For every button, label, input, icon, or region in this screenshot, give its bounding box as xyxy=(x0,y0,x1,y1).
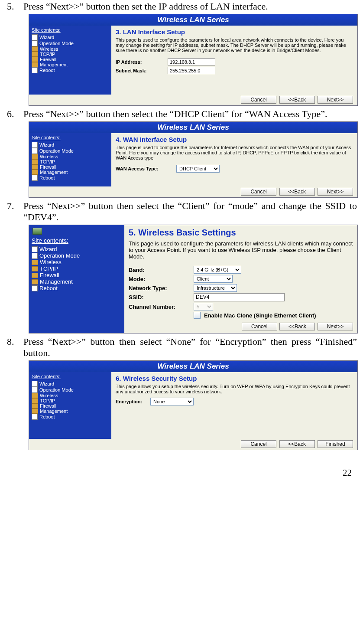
step-5: 5. Press “Next>>” button then set the IP… xyxy=(4,1,359,12)
folder-icon xyxy=(32,170,38,175)
wan-access-type-select[interactable]: DHCP Client xyxy=(176,165,220,173)
doc-icon xyxy=(32,142,38,148)
section-heading: 3. LAN Interface Setup xyxy=(116,28,353,36)
sidebar-item-reboot[interactable]: Reboot xyxy=(32,67,109,73)
next-button[interactable]: Next>> xyxy=(318,188,353,196)
sidebar-item-label: Operation Mode xyxy=(39,387,74,392)
sidebar-item-wireless[interactable]: Wireless xyxy=(32,46,109,52)
device-icon xyxy=(32,228,42,235)
channel-number-label: Channel Number: xyxy=(129,304,194,310)
sidebar-item-firewall[interactable]: Firewall xyxy=(32,164,109,170)
screenshot-6: Wireless LAN Series Site contents: Wizar… xyxy=(29,121,358,198)
sidebar-item-label: Management xyxy=(40,278,73,285)
window-title: Wireless LAN Series xyxy=(29,122,357,133)
network-type-select[interactable]: Infrastructure xyxy=(194,284,237,292)
sidebar-item-management[interactable]: Management xyxy=(32,409,109,414)
back-button[interactable]: <<Back xyxy=(279,96,315,104)
sidebar-item-label: Reboot xyxy=(39,68,55,73)
mode-label: Mode: xyxy=(129,276,194,282)
screenshot-7: Site contents: Wizard Operation Mode Wir… xyxy=(29,225,358,333)
folder-icon xyxy=(32,403,38,409)
doc-icon xyxy=(32,285,38,291)
sidebar-item-wireless[interactable]: Wireless xyxy=(32,393,109,398)
folder-icon xyxy=(32,260,38,265)
sidebar-item-firewall[interactable]: Firewall xyxy=(32,272,122,278)
section-description: This page is used to configure the param… xyxy=(129,240,353,260)
sidebar-item-management[interactable]: Management xyxy=(32,278,122,285)
sidebar-item-wizard[interactable]: Wizard xyxy=(32,34,109,40)
doc-icon xyxy=(32,246,38,252)
cancel-button[interactable]: Cancel xyxy=(241,96,276,104)
step-number: 7. xyxy=(4,200,23,223)
sidebar-item-reboot[interactable]: Reboot xyxy=(32,414,109,420)
doc-icon xyxy=(32,414,38,420)
ssid-label: SSID: xyxy=(129,294,194,301)
band-select[interactable]: 2.4 GHz (B+G) xyxy=(194,266,241,274)
sidebar-item-wizard[interactable]: Wizard xyxy=(32,246,122,252)
sidebar-item-operation-mode[interactable]: Operation Mode xyxy=(32,148,109,154)
sidebar-item-operation-mode[interactable]: Operation Mode xyxy=(32,387,109,393)
encryption-select[interactable]: None xyxy=(150,398,194,405)
sidebar-item-management[interactable]: Management xyxy=(32,62,109,67)
page-number: 22 xyxy=(4,450,359,483)
sidebar-item-tcpip[interactable]: TCP/IP xyxy=(32,398,109,403)
back-button[interactable]: <<Back xyxy=(279,440,315,448)
sidebar-item-label: Wireless xyxy=(40,154,58,159)
doc-icon xyxy=(32,67,38,73)
folder-icon xyxy=(32,266,38,271)
step-text: Press “Next>>” button then select the “D… xyxy=(23,108,359,120)
sidebar-item-reboot[interactable]: Reboot xyxy=(32,175,109,181)
doc-icon xyxy=(32,34,38,40)
sidebar-item-operation-mode[interactable]: Operation Mode xyxy=(32,40,109,46)
sidebar-item-firewall[interactable]: Firewall xyxy=(32,57,109,62)
sidebar-item-wizard[interactable]: Wizard xyxy=(32,142,109,148)
sidebar-item-tcpip[interactable]: TCP/IP xyxy=(32,52,109,57)
step-6: 6. Press “Next>>” button then select the… xyxy=(4,108,359,120)
sidebar-item-tcpip[interactable]: TCP/IP xyxy=(32,159,109,164)
sidebar-item-label: Wizard xyxy=(39,381,54,386)
wan-access-type-label: WAN Access Type: xyxy=(116,166,176,171)
sidebar-item-label: Reboot xyxy=(39,285,58,291)
encryption-label: Encryption: xyxy=(116,399,150,404)
sidebar-item-label: Management xyxy=(40,409,68,414)
next-button[interactable]: Next>> xyxy=(318,96,353,104)
mac-clone-checkbox[interactable] xyxy=(194,312,201,319)
sidebar-item-wireless[interactable]: Wireless xyxy=(32,259,122,265)
subnet-mask-label: Subnet Mask: xyxy=(116,68,168,73)
ssid-input[interactable]: DEV4 xyxy=(194,293,285,301)
next-button[interactable]: Next>> xyxy=(318,323,353,330)
cancel-button[interactable]: Cancel xyxy=(241,440,276,448)
screenshot-5: Wireless LAN Series Site contents: Wizar… xyxy=(29,14,358,106)
sidebar-item-firewall[interactable]: Firewall xyxy=(32,403,109,409)
section-heading: 4. WAN Interface Setup xyxy=(116,136,353,143)
ip-address-input[interactable]: 192.168.3.1 xyxy=(168,58,215,65)
folder-icon xyxy=(32,52,38,57)
back-button[interactable]: <<Back xyxy=(279,188,315,196)
folder-icon xyxy=(32,57,38,62)
sidebar-item-label: Firewall xyxy=(40,57,56,62)
sidebar-item-reboot[interactable]: Reboot xyxy=(32,285,122,291)
sidebar-item-label: Wizard xyxy=(39,142,54,147)
cancel-button[interactable]: Cancel xyxy=(242,323,277,330)
finished-button[interactable]: Finished xyxy=(318,440,353,448)
back-button[interactable]: <<Back xyxy=(279,323,315,330)
step-text: Press “Next>>” button then select the “C… xyxy=(23,200,359,223)
sidebar-title: Site contents: xyxy=(32,237,122,244)
window-title: Wireless LAN Series xyxy=(29,14,357,26)
cancel-button[interactable]: Cancel xyxy=(241,188,276,196)
mode-select[interactable]: Client xyxy=(194,275,233,283)
step-text: Press “Next>>” button then select “None”… xyxy=(23,336,359,359)
doc-icon xyxy=(32,381,38,387)
sidebar-item-label: TCP/IP xyxy=(40,52,55,57)
sidebar-item-management[interactable]: Management xyxy=(32,170,109,175)
doc-icon xyxy=(32,387,38,393)
sidebar-item-operation-mode[interactable]: Operation Mode xyxy=(32,252,122,259)
sidebar-item-wireless[interactable]: Wireless xyxy=(32,154,109,159)
sidebar-item-wizard[interactable]: Wizard xyxy=(32,381,109,387)
folder-icon xyxy=(32,279,38,284)
sidebar-item-label: TCP/IP xyxy=(40,159,55,164)
sidebar-item-label: TCP/IP xyxy=(40,398,55,403)
folder-icon xyxy=(32,393,38,398)
subnet-mask-input[interactable]: 255.255.255.0 xyxy=(168,67,215,74)
sidebar-item-tcpip[interactable]: TCP/IP xyxy=(32,265,122,272)
